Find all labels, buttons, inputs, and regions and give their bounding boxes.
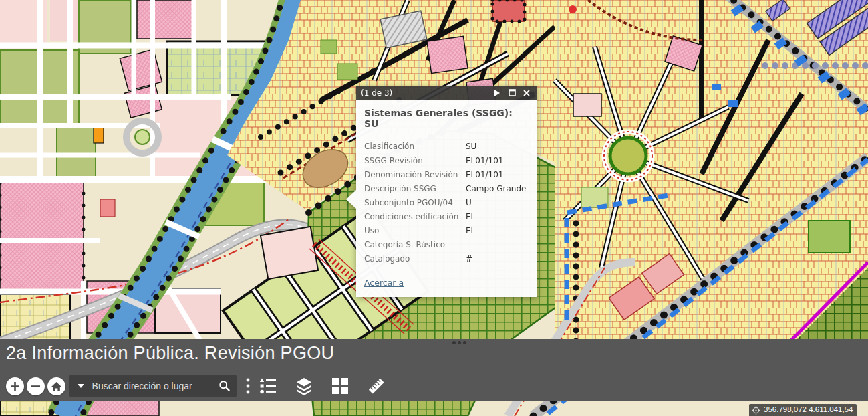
home-button[interactable]	[47, 377, 65, 395]
field-label: Subconjunto PGOU/04	[364, 196, 466, 210]
panel-collapse-handle[interactable]	[448, 341, 470, 348]
field-row: Denominación RevisiónEL01/101	[364, 168, 529, 182]
popup-title: Sistemas Generales (SSGG): SU	[364, 106, 529, 134]
kebab-icon	[246, 378, 250, 394]
field-value: U	[466, 196, 472, 210]
field-label: Uso	[364, 224, 466, 238]
app-root: { "app": { "title": "2a Información Públ…	[0, 0, 868, 416]
east-district	[555, 0, 868, 342]
field-label: SSGG Revisión	[364, 154, 466, 168]
measure-button[interactable]	[366, 376, 386, 396]
popup-divider	[364, 134, 529, 134]
chevron-down-icon	[78, 384, 84, 388]
feature-popup: (1 de 3) Sistemas Generales (SSGG): SU C…	[356, 86, 537, 297]
field-label: Catalogado	[364, 252, 466, 266]
coordinates-widget: 356.798,072 4.611.041,54	[749, 404, 857, 416]
popup-header[interactable]: (1 de 3)	[356, 86, 537, 100]
popup-pointer	[346, 190, 356, 209]
search-button[interactable]	[213, 375, 237, 397]
plus-icon	[10, 381, 20, 391]
maximize-icon[interactable]	[506, 88, 518, 98]
field-row: Condiciones edificaciónEL	[364, 210, 529, 224]
plaza-circular	[610, 138, 646, 174]
app-title: 2a Información Pública. Revisión PGOU	[6, 343, 334, 364]
search-input[interactable]	[92, 381, 213, 391]
field-row: Subconjunto PGOU/04U	[364, 196, 529, 210]
zoom-to-link[interactable]: Acercar a	[364, 278, 404, 288]
field-value: EL01/101	[466, 168, 503, 182]
field-row: Catalogado#	[364, 252, 529, 266]
field-value: EL	[466, 210, 475, 224]
legend-icon	[259, 377, 277, 395]
field-row: SSGG RevisiónEL01/101	[364, 154, 529, 168]
field-value: Campo Grande	[466, 182, 526, 196]
field-row: Categoría S. Rústico	[364, 238, 529, 252]
field-row: UsoEL	[364, 224, 529, 238]
layers-button[interactable]	[294, 376, 314, 396]
zoom-in-button[interactable]	[6, 377, 24, 395]
coordinates-text: 356.798,072 4.611.041,54	[764, 405, 853, 413]
field-value: #	[466, 252, 472, 266]
field-value: EL	[466, 224, 475, 238]
popup-body: Sistemas Generales (SSGG): SU Clasificac…	[356, 100, 537, 297]
measure-ruler-icon	[366, 376, 386, 396]
layers-icon	[295, 377, 313, 395]
zoom-out-button[interactable]	[27, 377, 45, 395]
field-row: Descripción SSGGCampo Grande	[364, 182, 529, 196]
crosshair-icon[interactable]	[752, 406, 760, 416]
field-value: SU	[466, 140, 476, 154]
legend-button[interactable]	[258, 376, 278, 396]
footer-panel: 2a Información Pública. Revisión PGOU	[0, 339, 868, 401]
field-label: Clasificación	[364, 140, 466, 154]
search-box	[69, 375, 237, 397]
field-row: ClasificaciónSU	[364, 140, 529, 154]
home-icon	[51, 381, 62, 392]
close-icon[interactable]	[521, 88, 533, 98]
minus-icon	[31, 381, 41, 391]
next-feature-icon[interactable]	[491, 88, 503, 98]
basemap-gallery-button[interactable]	[330, 376, 350, 396]
field-label: Categoría S. Rústico	[364, 238, 466, 252]
search-icon	[219, 380, 231, 392]
field-value: EL01/101	[466, 154, 503, 168]
field-label: Descripción SSGG	[364, 182, 466, 196]
field-label: Condiciones edificación	[364, 210, 466, 224]
field-label: Denominación Revisión	[364, 168, 466, 182]
basemap-grid-icon	[331, 377, 349, 395]
overflow-menu-button[interactable]	[238, 376, 258, 396]
search-dropdown-button[interactable]	[69, 375, 92, 397]
popup-pager: (1 de 3)	[361, 88, 392, 98]
